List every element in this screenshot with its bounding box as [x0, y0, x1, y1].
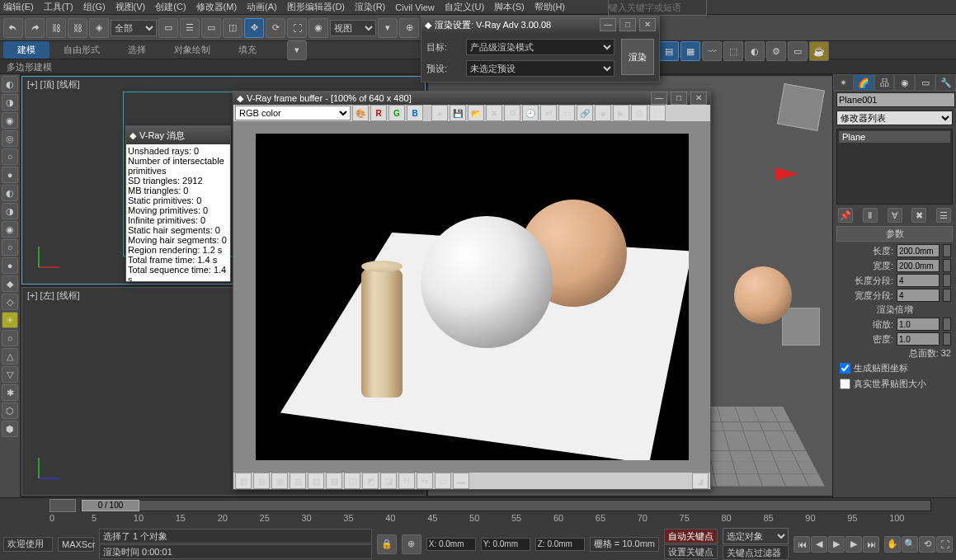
lt-3[interactable]: ◉ [2, 112, 18, 129]
lt-4[interactable]: ◎ [2, 130, 18, 147]
preset-select[interactable]: 未选定预设 [466, 60, 615, 77]
menu-edit[interactable]: 编辑(E) [3, 1, 34, 13]
rendered-frame-button[interactable]: ▭ [788, 41, 808, 61]
undo-button[interactable] [3, 18, 23, 38]
tab-selection[interactable]: 选择 [114, 41, 160, 59]
lt-1[interactable]: ◐ [2, 76, 18, 92]
tab-freeform[interactable]: 自由形式 [49, 41, 114, 59]
vfb-b3[interactable]: ▦ [271, 473, 288, 489]
minimize-button[interactable]: — [651, 92, 667, 105]
lseg-spinner[interactable] [897, 274, 940, 287]
layer-button[interactable]: ▤ [659, 41, 679, 61]
rollout-parameters[interactable]: 参数 [836, 226, 953, 242]
max-toggle[interactable]: ⛶ [936, 536, 953, 553]
menu-script[interactable]: 脚本(S) [494, 1, 525, 13]
scale-button[interactable]: ⛶ [287, 18, 307, 38]
rotate-button[interactable]: ⟳ [266, 18, 285, 38]
key-filter-select[interactable]: 选定对象 [723, 528, 789, 544]
next-frame[interactable]: ▶ [845, 536, 862, 553]
vfb-render[interactable]: ▶ [613, 105, 629, 121]
vfb-save[interactable]: 💾 [450, 105, 466, 121]
viewcube-icon[interactable] [777, 83, 825, 131]
menu-civil[interactable]: Civil View [395, 2, 434, 12]
time-slider-thumb[interactable]: 0 / 100 [82, 500, 139, 511]
configure-sets[interactable]: ☰ [936, 208, 951, 223]
vfb-b9[interactable]: ◪ [380, 473, 397, 489]
real-world-checkbox[interactable] [840, 379, 850, 389]
play-button[interactable]: ▶ [828, 536, 845, 553]
vfb-b13[interactable]: ▬ [453, 473, 469, 489]
orbit-view[interactable]: ⟲ [919, 536, 935, 553]
vfb-red-channel[interactable]: R [370, 105, 387, 121]
maximize-button[interactable]: □ [619, 18, 636, 31]
vfb-clone[interactable]: ⧉ [504, 105, 520, 121]
lt-15[interactable]: ○ [2, 330, 18, 346]
menu-group[interactable]: 组(G) [83, 1, 106, 13]
menu-tools[interactable]: 工具(T) [44, 1, 73, 13]
vray-frame-buffer-window[interactable]: ◆ V-Ray frame buffer - [100% of 640 x 48… [233, 91, 711, 490]
tab-motion[interactable]: ◉ [894, 74, 915, 91]
vfb-b4[interactable]: ▧ [290, 473, 306, 489]
abs-rel-toggle[interactable]: ⊕ [402, 534, 421, 554]
vfb-ab[interactable]: ⇄ [540, 105, 557, 121]
modifier-stack[interactable]: Plane [836, 129, 953, 205]
time-config-button[interactable] [49, 499, 76, 512]
vfb-b10[interactable]: H [398, 473, 415, 489]
vfb-mono[interactable]: ● [431, 105, 448, 121]
unlink-button[interactable]: ⛓ [68, 18, 87, 38]
render-setup-window[interactable]: ◆ 渲染设置: V-Ray Adv 3.00.08 — □ ✕ 目标:产品级渲染… [421, 15, 660, 82]
goto-start[interactable]: ⏮ [794, 536, 810, 553]
lt-9[interactable]: ◉ [2, 221, 18, 238]
gen-map-checkbox[interactable] [840, 363, 850, 374]
spin-btn[interactable] [943, 289, 951, 302]
vfb-b5[interactable]: ▨ [308, 473, 324, 489]
bind-button[interactable]: ◈ [89, 18, 109, 38]
tab-modeling[interactable]: 建模 [3, 41, 49, 59]
lt-11[interactable]: ● [2, 257, 18, 274]
ref-coord-system[interactable]: 视图 [330, 20, 376, 36]
lt-16[interactable]: △ [2, 348, 18, 365]
place-button[interactable]: ◉ [308, 18, 328, 38]
spin-btn[interactable] [943, 318, 951, 331]
time-slider[interactable]: 0 / 100 [81, 500, 931, 511]
vfb-stop[interactable]: ■ [595, 105, 611, 121]
menu-render[interactable]: 渲染(R) [355, 1, 385, 13]
spin-btn[interactable] [943, 244, 951, 257]
lock-selection[interactable]: 🔒 [377, 534, 397, 554]
target-select[interactable]: 产品级渲染模式 [466, 39, 615, 55]
lt-10[interactable]: ○ [2, 239, 18, 256]
close-button[interactable]: ✕ [690, 92, 707, 105]
lt-8[interactable]: ◑ [2, 203, 18, 219]
window-crossing-button[interactable]: ◫ [223, 18, 243, 38]
vfb-track[interactable]: 🔗 [577, 105, 593, 121]
show-end-result[interactable]: Ⅱ [863, 208, 878, 223]
render-setup-button[interactable]: ⚙ [766, 41, 786, 61]
vfb-b8[interactable]: ◩ [362, 473, 379, 489]
vfb-b12[interactable]: ▭ [435, 473, 451, 489]
pivot-button[interactable]: ▾ [378, 18, 398, 38]
density-spinner[interactable] [897, 332, 940, 346]
material-editor-button[interactable]: ◐ [745, 41, 765, 61]
manipulate-button[interactable]: ⊕ [399, 18, 419, 38]
vfb-clear[interactable]: ✖ [486, 105, 502, 121]
lt-6[interactable]: ● [2, 167, 18, 183]
auto-key-button[interactable]: 自动关键点 [664, 529, 718, 544]
minimize-button[interactable]: — [600, 18, 616, 31]
vfb-b7[interactable]: ◫ [344, 473, 360, 489]
vfb-blue-channel[interactable]: B [407, 105, 423, 121]
wseg-spinner[interactable] [897, 289, 940, 302]
set-key-button[interactable]: 设置关键点 [664, 544, 718, 559]
vfb-corner[interactable]: ◢ [692, 473, 709, 489]
lt-17[interactable]: ▽ [2, 366, 18, 383]
lt-13[interactable]: ◇ [2, 294, 18, 310]
make-unique[interactable]: ∀ [888, 208, 902, 223]
z-coord[interactable] [535, 538, 585, 551]
scale-spinner[interactable] [897, 318, 940, 331]
menu-bar[interactable]: 编辑(E) 工具(T) 组(G) 视图(V) 创建(C) 修改器(M) 动画(A… [0, 0, 956, 15]
tab-modify[interactable]: 🌈 [854, 74, 874, 91]
lt-2[interactable]: ◑ [2, 94, 18, 111]
remove-modifier[interactable]: ✖ [911, 208, 926, 223]
search-input[interactable] [608, 0, 707, 16]
zoom-view[interactable]: 🔍 [902, 536, 918, 553]
select-region-button[interactable]: ▭ [201, 18, 221, 38]
